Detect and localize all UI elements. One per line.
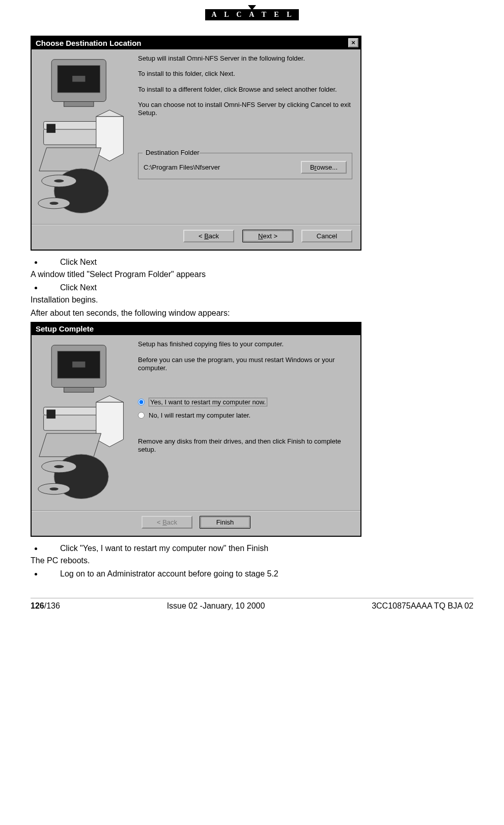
svg-marker-9 bbox=[39, 148, 101, 171]
svg-marker-25 bbox=[39, 433, 101, 457]
instruction-pc-reboots: The PC reboots. bbox=[31, 556, 473, 565]
svg-rect-3 bbox=[64, 101, 94, 106]
installer-illustration bbox=[37, 54, 131, 218]
svg-marker-7 bbox=[96, 117, 124, 161]
radio-restart-now-label: Yes, I want to restart my computer now. bbox=[149, 398, 267, 406]
dialog1-para4: You can choose not to install Omni-NFS S… bbox=[138, 101, 352, 118]
svg-rect-19 bbox=[64, 388, 94, 393]
dialog2-para1: Setup has finished copying files to your… bbox=[138, 340, 352, 348]
instruction-logon-admin: Log on to an Administrator account befor… bbox=[43, 569, 473, 579]
footer-page-number: 126/136 bbox=[31, 601, 60, 611]
dialog1-para1: Setup will install Omni-NFS Server in th… bbox=[138, 54, 352, 63]
svg-marker-23 bbox=[96, 402, 124, 447]
svg-point-13 bbox=[54, 179, 64, 182]
dialog-setup-complete: Setup Complete bbox=[31, 322, 361, 536]
close-icon[interactable]: × bbox=[348, 38, 358, 47]
back-button[interactable]: < Back bbox=[183, 230, 234, 242]
dialog2-para2: Before you can use the program, you must… bbox=[138, 356, 352, 373]
svg-marker-24 bbox=[96, 396, 124, 402]
radio-restart-now[interactable] bbox=[138, 399, 145, 405]
brand-logo: A L C A T E L bbox=[31, 5, 473, 20]
destination-path: C:\Program Files\Nfserver bbox=[144, 163, 220, 171]
radio-restart-later-label: No, I will restart my computer later. bbox=[149, 411, 250, 419]
back-button-disabled: < Back bbox=[142, 516, 192, 529]
svg-rect-18 bbox=[72, 362, 85, 368]
instruction-click-yes-finish: Click "Yes, I want to restart my compute… bbox=[43, 544, 473, 553]
dialog1-para3: To install to a different folder, click … bbox=[138, 86, 352, 94]
dialog1-title: Choose Destination Location bbox=[36, 39, 142, 47]
svg-rect-6 bbox=[46, 124, 55, 133]
page-footer: 126/136 Issue 02 -January, 10 2000 3CC10… bbox=[31, 598, 473, 611]
footer-issue: Issue 02 -January, 10 2000 bbox=[167, 601, 265, 611]
finish-button[interactable]: Finish bbox=[200, 516, 250, 529]
radio-restart-later[interactable] bbox=[138, 412, 145, 419]
dialog2-titlebar: Setup Complete bbox=[32, 323, 360, 335]
dialog1-para2: To install to this folder, click Next. bbox=[138, 70, 352, 78]
dialog2-title: Setup Complete bbox=[36, 324, 94, 333]
svg-point-15 bbox=[49, 202, 59, 205]
instruction-select-program-folder: A window titled "Select Program Folder" … bbox=[31, 270, 473, 279]
svg-rect-2 bbox=[72, 76, 85, 82]
svg-point-31 bbox=[49, 487, 59, 490]
svg-point-29 bbox=[54, 465, 64, 469]
cancel-button[interactable]: Cancel bbox=[301, 230, 352, 242]
dialog1-titlebar: Choose Destination Location × bbox=[32, 37, 360, 49]
destination-folder-group: Destination Folder C:\Program Files\Nfse… bbox=[138, 153, 352, 179]
destination-folder-legend: Destination Folder bbox=[144, 149, 202, 156]
instruction-install-begins: Installation begins. bbox=[31, 295, 473, 305]
svg-marker-8 bbox=[96, 110, 124, 117]
svg-rect-22 bbox=[46, 410, 55, 419]
instruction-click-next-2: Click Next bbox=[43, 283, 473, 292]
instruction-following-window: After about ten seconds, the following w… bbox=[31, 309, 473, 318]
next-button[interactable]: Next > bbox=[242, 230, 293, 242]
footer-docref: 3CC10875AAAA TQ BJA 02 bbox=[372, 601, 473, 611]
instruction-click-next-1: Click Next bbox=[43, 258, 473, 267]
dialog2-para3: Remove any disks from their drives, and … bbox=[138, 437, 352, 454]
installer-illustration-2 bbox=[37, 340, 131, 504]
dialog-choose-destination: Choose Destination Location × bbox=[31, 36, 361, 251]
browse-button[interactable]: Browse... bbox=[301, 161, 347, 174]
